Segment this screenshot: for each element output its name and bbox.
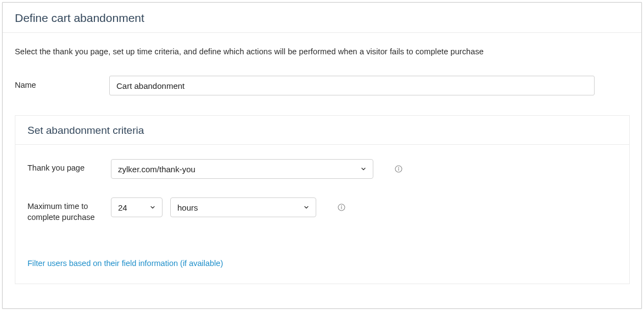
thank-you-row: Thank you page zylker.com/thank-you xyxy=(27,159,617,179)
max-time-value: 24 xyxy=(118,203,127,212)
filter-link-row: Filter users based on their field inform… xyxy=(15,247,629,284)
info-icon[interactable] xyxy=(394,165,403,173)
criteria-box: Set abandonment criteria Thank you page … xyxy=(15,115,630,284)
define-cart-abandonment-panel: Define cart abandonment Select the thank… xyxy=(2,2,642,309)
max-time-row: Maximum time to complete purchase 24 xyxy=(27,197,617,223)
max-time-unit: hours xyxy=(177,203,198,212)
panel-body: Select the thank you page, set up time c… xyxy=(3,33,641,295)
panel-header: Define cart abandonment xyxy=(3,3,641,33)
name-input[interactable] xyxy=(109,76,595,95)
max-time-unit-select[interactable]: hours xyxy=(170,197,316,217)
name-label: Name xyxy=(15,80,109,91)
thank-you-select[interactable]: zylker.com/thank-you xyxy=(111,159,373,179)
criteria-title: Set abandonment criteria xyxy=(27,125,617,137)
info-icon[interactable] xyxy=(337,203,346,212)
thank-you-select-value: zylker.com/thank-you xyxy=(118,165,195,174)
panel-description: Select the thank you page, set up time c… xyxy=(15,47,629,56)
name-row: Name xyxy=(15,76,629,95)
max-time-value-select[interactable]: 24 xyxy=(111,197,163,217)
thank-you-label: Thank you page xyxy=(27,159,111,173)
criteria-header: Set abandonment criteria xyxy=(15,116,629,145)
max-time-label: Maximum time to complete purchase xyxy=(27,197,111,223)
svg-point-5 xyxy=(341,206,342,206)
svg-point-2 xyxy=(399,167,399,168)
max-time-value-wrap: 24 xyxy=(111,197,163,217)
page-title: Define cart abandonment xyxy=(15,12,629,25)
filter-users-link[interactable]: Filter users based on their field inform… xyxy=(27,259,223,268)
thank-you-select-wrap: zylker.com/thank-you xyxy=(111,159,373,179)
max-time-unit-wrap: hours xyxy=(170,197,316,217)
criteria-body: Thank you page zylker.com/thank-you xyxy=(15,145,629,247)
